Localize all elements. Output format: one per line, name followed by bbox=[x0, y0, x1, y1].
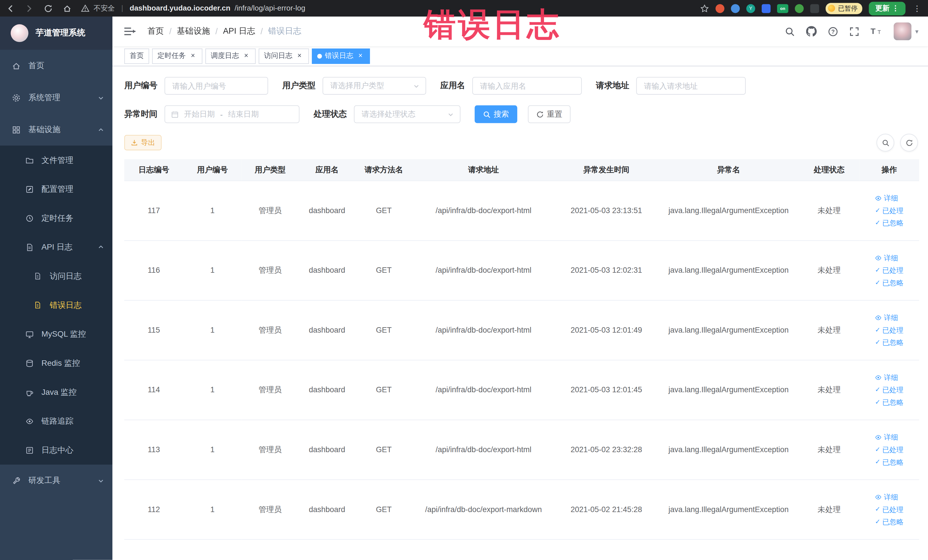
user-type-select[interactable]: 请选择用户类型 bbox=[323, 77, 426, 95]
search-toggle-button[interactable] bbox=[876, 134, 894, 151]
extension-icon-leaf[interactable] bbox=[795, 4, 804, 12]
back-icon[interactable] bbox=[6, 4, 15, 12]
mark-ignored-link[interactable]: ✓已忽略 bbox=[875, 518, 904, 525]
sidebar-item-mysql-monitor[interactable]: MySQL 监控 bbox=[0, 319, 112, 349]
user-id-label: 用户编号 bbox=[124, 81, 157, 91]
refresh-table-button[interactable] bbox=[900, 134, 918, 151]
detail-link[interactable]: 详细 bbox=[875, 314, 898, 321]
coffee-cup-icon bbox=[25, 388, 34, 396]
eye-icon bbox=[875, 254, 882, 261]
search-icon[interactable] bbox=[785, 26, 795, 36]
sidebar-item-java-monitor[interactable]: Java 监控 bbox=[0, 378, 112, 407]
refresh-icon bbox=[905, 139, 913, 146]
check-icon: ✓ bbox=[875, 459, 881, 465]
close-icon[interactable]: × bbox=[356, 52, 365, 60]
github-icon[interactable] bbox=[806, 26, 817, 37]
search-button[interactable]: 搜索 bbox=[475, 105, 517, 123]
extension-icon-on-badge[interactable]: on bbox=[777, 4, 788, 12]
detail-link[interactable]: 详细 bbox=[875, 493, 898, 500]
detail-link[interactable]: 详细 bbox=[875, 374, 898, 381]
app-name-input[interactable] bbox=[472, 77, 582, 95]
sidebar-item-trace[interactable]: 链路追踪 bbox=[0, 406, 112, 436]
font-size-icon[interactable]: TT bbox=[871, 26, 883, 36]
breadcrumb-infrastructure[interactable]: 基础设施 bbox=[177, 26, 210, 37]
sidebar-item-config-management[interactable]: 配置管理 bbox=[0, 175, 112, 204]
sidebar-item-redis-monitor[interactable]: Redis 监控 bbox=[0, 349, 112, 378]
mark-processed-link[interactable]: ✓已处理 bbox=[875, 386, 904, 394]
check-icon: ✓ bbox=[875, 518, 881, 525]
request-url-input[interactable] bbox=[636, 77, 746, 95]
chevron-down-icon bbox=[413, 82, 420, 89]
chevron-down-icon bbox=[447, 111, 454, 117]
mark-ignored-link[interactable]: ✓已忽略 bbox=[875, 220, 904, 226]
mark-processed-link[interactable]: ✓已处理 bbox=[875, 327, 904, 334]
app-logo[interactable]: 芋道管理系统 bbox=[0, 17, 112, 50]
sidebar-item-file-management[interactable]: 文件管理 bbox=[0, 145, 112, 175]
mark-processed-link[interactable]: ✓已处理 bbox=[875, 207, 904, 214]
avatar bbox=[894, 23, 912, 40]
table-row: 114 1 管理员 dashboard GET /api/infra/db-do… bbox=[124, 360, 919, 420]
tab-dispatch-logs[interactable]: 调度日志 × bbox=[205, 48, 256, 64]
bookmark-star-icon[interactable] bbox=[700, 4, 709, 12]
sidebar-item-log-center[interactable]: 日志中心 bbox=[0, 436, 112, 465]
extension-icon-pin[interactable] bbox=[810, 4, 819, 12]
mark-ignored-link[interactable]: ✓已忽略 bbox=[875, 279, 904, 286]
check-icon: ✓ bbox=[875, 339, 881, 346]
breadcrumb-api-logs[interactable]: API 日志 bbox=[223, 26, 255, 37]
browser-home-icon[interactable] bbox=[63, 4, 72, 12]
sidebar-item-infrastructure[interactable]: 基础设施 bbox=[0, 113, 112, 145]
sidebar-item-dev-tools[interactable]: 研发工具 bbox=[0, 465, 112, 497]
mark-processed-link[interactable]: ✓已处理 bbox=[875, 267, 904, 274]
browser-update-button[interactable]: 更新 ⋮ bbox=[869, 2, 906, 15]
sidebar-item-home[interactable]: 首页 bbox=[0, 50, 112, 82]
tab-access-logs[interactable]: 访问日志 × bbox=[259, 48, 309, 64]
close-icon[interactable]: × bbox=[242, 52, 250, 60]
sidebar-item-system-management[interactable]: 系统管理 bbox=[0, 82, 112, 113]
check-icon: ✓ bbox=[875, 446, 881, 453]
sidebar-item-access-logs[interactable]: 访问日志 bbox=[0, 262, 112, 291]
address-bar[interactable]: 不安全 | dashboard.yudao.iocoder.cn/infra/l… bbox=[81, 3, 305, 13]
mark-processed-link[interactable]: ✓已处理 bbox=[875, 446, 904, 453]
reload-icon[interactable] bbox=[44, 4, 53, 12]
user-menu[interactable]: ▾ bbox=[894, 23, 919, 40]
request-url-label: 请求地址 bbox=[596, 81, 629, 91]
detail-link[interactable]: 详细 bbox=[875, 195, 898, 202]
help-icon[interactable]: ? bbox=[828, 26, 838, 36]
exception-time-range-picker[interactable]: 开始日期 - 结束日期 bbox=[165, 105, 299, 123]
infrastructure-icon bbox=[12, 125, 21, 134]
detail-link[interactable]: 详细 bbox=[875, 433, 898, 441]
close-icon[interactable]: × bbox=[295, 52, 304, 60]
extension-icon-grid[interactable] bbox=[762, 4, 771, 12]
export-button[interactable]: 导出 bbox=[124, 135, 162, 150]
table-row: 115 1 管理员 dashboard GET /api/infra/db-do… bbox=[124, 300, 919, 360]
chevron-up-icon bbox=[98, 127, 104, 133]
process-status-select[interactable]: 请选择处理状态 bbox=[354, 105, 461, 123]
tab-home[interactable]: 首页 bbox=[124, 48, 149, 64]
close-icon[interactable]: × bbox=[189, 52, 197, 60]
sidebar-item-api-logs[interactable]: API 日志 bbox=[0, 232, 112, 262]
reset-button[interactable]: 重置 bbox=[528, 105, 571, 123]
forward-icon[interactable] bbox=[25, 4, 34, 12]
tab-scheduled-jobs[interactable]: 定时任务 × bbox=[152, 48, 202, 64]
mark-ignored-link[interactable]: ✓已忽略 bbox=[875, 398, 904, 406]
extension-icon-teal[interactable]: Y bbox=[746, 4, 755, 12]
mark-processed-link[interactable]: ✓已处理 bbox=[875, 506, 904, 513]
mark-ignored-link[interactable]: ✓已忽略 bbox=[875, 458, 904, 465]
user-id-input[interactable] bbox=[165, 77, 268, 95]
detail-link[interactable]: 详细 bbox=[875, 254, 898, 261]
date-range-separator: - bbox=[220, 110, 223, 119]
sidebar-item-error-logs[interactable]: 错误日志 bbox=[0, 291, 112, 320]
sidebar-item-scheduled-jobs[interactable]: 定时任务 bbox=[0, 204, 112, 233]
check-icon: ✓ bbox=[875, 399, 881, 405]
fullscreen-icon[interactable] bbox=[850, 26, 859, 36]
breadcrumb-home[interactable]: 首页 bbox=[148, 26, 164, 37]
mark-ignored-link[interactable]: ✓已忽略 bbox=[875, 339, 904, 346]
extension-icon-red[interactable] bbox=[716, 4, 724, 12]
extension-icon-blue[interactable] bbox=[731, 4, 740, 12]
top-navbar: 首页 / 基础设施 / API 日志 / 错误日志 ? TT ▾ bbox=[112, 17, 928, 46]
list-icon bbox=[25, 446, 34, 454]
browser-menu-icon[interactable]: ⋮ bbox=[912, 4, 922, 12]
tab-error-logs[interactable]: 错误日志 × bbox=[312, 48, 370, 64]
paused-badge[interactable]: 已暂停 bbox=[826, 3, 862, 14]
hamburger-icon[interactable] bbox=[122, 26, 138, 36]
